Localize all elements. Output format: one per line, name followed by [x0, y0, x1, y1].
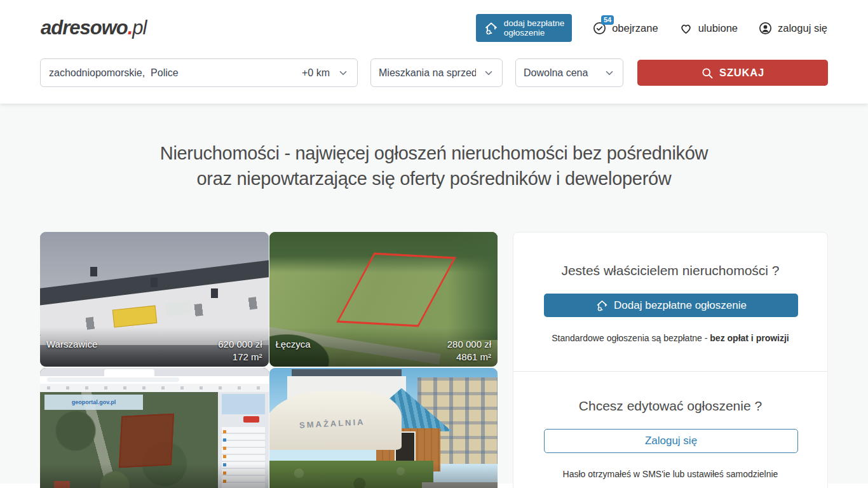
edit-note: Hasło otrzymałeś w SMS'ie lub ustawiłeś … [544, 469, 797, 479]
category-select[interactable]: Mieszkania na sprzedaż [370, 58, 503, 87]
owner-section: Jesteś właścicielem nieruchomości ? Doda… [513, 233, 827, 371]
radius-select[interactable]: +0 km [302, 67, 349, 79]
listing-card[interactable]: Warszawice 620 000 zł 172 m² [40, 232, 269, 367]
photo-browser-tab [104, 369, 154, 376]
chevron-down-icon [337, 67, 349, 79]
page: adresowo.pl dodaj bezpłatne ogłoszenie [0, 0, 868, 488]
photo-plot-highlight [119, 414, 174, 468]
photo-text-geoportal: geoportal.gov.pl [72, 399, 116, 405]
photo-red-button [243, 416, 259, 423]
photo-white-sign [165, 301, 192, 316]
photo-browser-tabs [40, 368, 269, 376]
listing-area: 4861 m² [456, 351, 491, 363]
search-button-label: SZUKAJ [719, 67, 764, 79]
photo-text-smazalnia: SMAŻALNIA [299, 417, 365, 430]
owner-heading: Jesteś właścicielem nieruchomości ? [544, 263, 797, 278]
listing-location: Łęczyca [276, 338, 311, 351]
listing-area: 172 m² [233, 351, 262, 363]
search-bar: +0 km Mieszkania na sprzedaż Dowolna cen… [0, 56, 868, 104]
location-field: +0 km [40, 58, 358, 87]
logo[interactable]: adresowo.pl [41, 17, 146, 39]
sidebar: Jesteś właścicielem nieruchomości ? Doda… [513, 232, 828, 488]
listing-location: Warszawice [46, 338, 97, 351]
photo-chimneys [90, 267, 97, 276]
listing-card[interactable]: SMAŻALNIA Kraków Krowodrza, ul. 850 000 … [269, 368, 498, 488]
viewed-link[interactable]: 54 obejrzane [592, 21, 658, 36]
favorites-link[interactable]: ulubione [679, 21, 738, 36]
search-button[interactable]: SZUKAJ [637, 60, 828, 86]
house-plus-icon [484, 20, 499, 36]
photo-url-pill [47, 377, 180, 382]
category-value: Mieszkania na sprzedaż [379, 67, 476, 79]
edit-heading: Chcesz edytować ogłoszenie ? [544, 398, 797, 414]
edit-section: Chcesz edytować ogłoszenie ? Zaloguj się… [513, 371, 827, 488]
price-value: Dowolna cena [524, 67, 588, 79]
photo-shade [269, 463, 498, 488]
login-link[interactable]: zaloguj się [758, 21, 827, 36]
top-area: adresowo.pl dodaj bezpłatne ogłoszenie [0, 0, 868, 104]
viewed-label: obejrzane [612, 22, 658, 34]
add-listing-button[interactable]: dodaj bezpłatne ogłoszenie [476, 14, 572, 42]
price-select[interactable]: Dowolna cena [515, 58, 623, 87]
login-label: zaloguj się [778, 22, 827, 34]
photo-awning: SMAŻALNIA [269, 391, 402, 450]
photo-shade [40, 463, 269, 488]
listing-price: 620 000 zł [218, 338, 262, 351]
search-icon [701, 67, 714, 79]
chevron-down-icon [483, 67, 494, 79]
location-input[interactable] [49, 67, 302, 79]
header-actions: dodaj bezpłatne ogłoszenie 54 obejrzane [476, 14, 827, 42]
photo-bookmarks [47, 386, 262, 390]
photo-minimap [222, 394, 265, 414]
photo-layer-checkboxes [223, 430, 226, 433]
house-plus-icon [595, 299, 609, 312]
logo-brand: adresowo [41, 17, 128, 39]
page-title: Nieruchomości - najwięcej ogłoszeń nieru… [0, 140, 868, 191]
listing-price: 280 000 zł [447, 338, 491, 351]
edit-button-label: Zaloguj się [645, 435, 697, 447]
listings-grid: Warszawice 620 000 zł 172 m² [40, 232, 498, 488]
listing-card[interactable]: geoportal.gov.pl Cekanowo, ul. Wiejska [40, 368, 269, 488]
owner-button-label: Dodaj bezpłatne ogłoszenie [614, 299, 747, 312]
photo-trees [438, 232, 498, 340]
user-icon [758, 21, 773, 36]
owner-note: Standardowe ogłoszenia są bezpłatne - be… [544, 333, 797, 343]
favorites-label: ulubione [698, 22, 738, 34]
photo-geoportal-banner: geoportal.gov.pl [44, 395, 143, 409]
chevron-down-icon [604, 67, 615, 79]
radius-value: +0 km [302, 67, 330, 79]
heart-icon [679, 21, 693, 36]
content-row: Warszawice 620 000 zł 172 m² [0, 232, 868, 488]
add-listing-button-sidebar[interactable]: Dodaj bezpłatne ogłoszenie [544, 294, 798, 317]
header: adresowo.pl dodaj bezpłatne ogłoszenie [0, 0, 868, 56]
logo-tld: pl [132, 17, 146, 39]
add-listing-label: dodaj bezpłatne ogłoszenie [504, 18, 564, 37]
viewed-count-badge: 54 [601, 15, 614, 25]
login-button-sidebar[interactable]: Zaloguj się [544, 429, 798, 453]
listing-card[interactable]: Łęczyca 280 000 zł 4861 m² [269, 232, 498, 367]
main-content: Nieruchomości - najwięcej ogłoszeń nieru… [0, 104, 868, 484]
